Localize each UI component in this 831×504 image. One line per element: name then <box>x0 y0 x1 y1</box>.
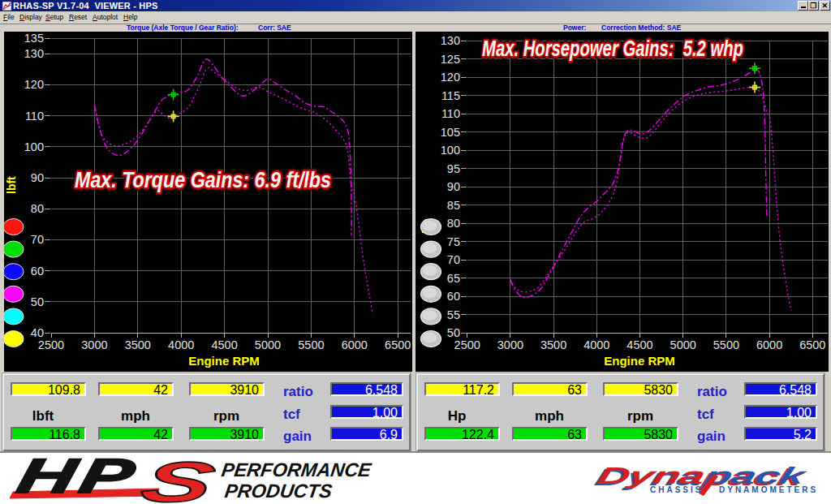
svg-text:5000: 5000 <box>255 338 281 351</box>
svg-text:lbft: lbft <box>5 176 18 194</box>
svg-text:5000: 5000 <box>670 338 696 351</box>
svg-text:80: 80 <box>447 217 460 230</box>
svg-text:3000: 3000 <box>497 338 523 351</box>
svg-text:50: 50 <box>31 295 44 308</box>
svg-text:5500: 5500 <box>298 338 324 351</box>
svg-text:85: 85 <box>447 199 460 212</box>
svg-text:100: 100 <box>24 140 44 153</box>
svg-text:2500: 2500 <box>454 338 480 351</box>
svg-text:4000: 4000 <box>583 338 609 351</box>
svg-text:130: 130 <box>441 34 460 47</box>
svg-text:115: 115 <box>441 89 460 102</box>
svg-text:65: 65 <box>447 272 460 285</box>
svg-text:2500: 2500 <box>38 338 64 351</box>
svg-text:4500: 4500 <box>211 338 237 351</box>
svg-text:4000: 4000 <box>168 338 194 351</box>
svg-text:5500: 5500 <box>713 338 739 351</box>
svg-text:50: 50 <box>447 326 460 339</box>
svg-text:130: 130 <box>24 47 44 60</box>
svg-text:60: 60 <box>31 265 44 278</box>
svg-text:6500: 6500 <box>799 338 825 351</box>
svg-text:120: 120 <box>24 78 44 91</box>
svg-text:Max. Torque Gains: 6.9 ft/lbs: Max. Torque Gains: 6.9 ft/lbs <box>75 166 331 192</box>
svg-text:55: 55 <box>447 308 460 321</box>
svg-text:Engine RPM: Engine RPM <box>604 354 675 368</box>
svg-text:120: 120 <box>441 71 460 84</box>
svg-text:80: 80 <box>31 202 44 215</box>
svg-text:DYNAMOMETERS: DYNAMOMETERS <box>719 485 818 494</box>
svg-text:Engine RPM: Engine RPM <box>188 354 260 368</box>
svg-text:3000: 3000 <box>81 338 107 351</box>
svg-text:CHASSIS: CHASSIS <box>650 485 703 494</box>
svg-text:4500: 4500 <box>626 338 652 351</box>
svg-text:95: 95 <box>447 162 460 175</box>
svg-text:75: 75 <box>447 235 460 248</box>
svg-text:3500: 3500 <box>540 338 566 351</box>
svg-text:105: 105 <box>441 126 460 139</box>
svg-text:HP: HP <box>12 453 144 503</box>
svg-text:100: 100 <box>441 144 460 157</box>
svg-text:6000: 6000 <box>342 338 368 351</box>
svg-text:90: 90 <box>31 171 44 184</box>
svg-text:90: 90 <box>447 180 460 193</box>
svg-text:6500: 6500 <box>385 338 411 351</box>
svg-text:110: 110 <box>25 110 44 123</box>
svg-text:110: 110 <box>441 107 460 120</box>
svg-text:PERFORMANCE: PERFORMANCE <box>220 459 373 480</box>
svg-text:6000: 6000 <box>756 338 782 351</box>
svg-text:125: 125 <box>441 53 460 66</box>
svg-text:135: 135 <box>24 32 44 45</box>
svg-text:Max. Horsepower Gains: 5.2 wh: Max. Horsepower Gains: 5.2 whp <box>482 35 743 61</box>
svg-text:70: 70 <box>31 233 44 246</box>
svg-text:60: 60 <box>447 290 460 303</box>
svg-text:PRODUCTS: PRODUCTS <box>223 480 334 502</box>
svg-text:70: 70 <box>447 253 460 266</box>
svg-text:40: 40 <box>31 326 44 339</box>
svg-text:S: S <box>135 453 222 504</box>
svg-text:3500: 3500 <box>125 338 151 351</box>
